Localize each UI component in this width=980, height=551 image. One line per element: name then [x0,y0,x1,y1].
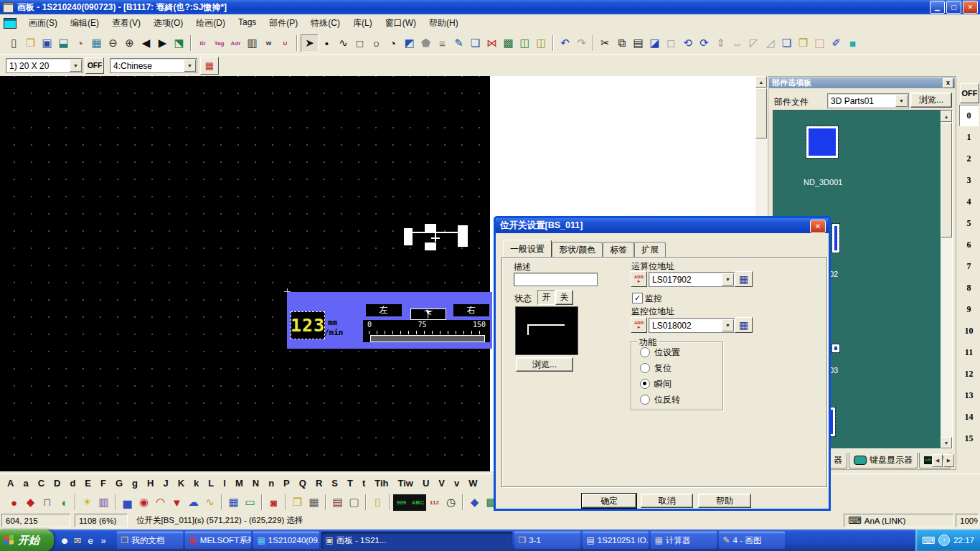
toggle-switch-part[interactable]: ⊓ [39,494,55,511]
tray-collapse-icon[interactable]: ‹ [938,534,950,546]
selection-handle[interactable] [404,228,413,245]
address-keypad-button[interactable]: ADR▸ [631,317,647,333]
polygon-tool[interactable]: ⬟ [418,35,434,52]
scroll-down-icon[interactable]: ▼ [941,437,952,448]
state-number-13[interactable]: 13 [959,385,979,406]
scrollbar-thumb[interactable] [755,88,767,138]
text-style-item[interactable]: k [194,478,199,489]
waveform-part[interactable]: ∿ [202,494,218,511]
send-back-icon[interactable]: ❐ [795,35,811,52]
text-style-item[interactable]: K [178,478,184,489]
text-style-item[interactable]: n [268,478,274,489]
file-name-part[interactable]: ❒ [289,494,306,511]
menu-item[interactable]: 画面(S) [22,16,64,31]
palette-tab-partial[interactable]: 器 [829,453,847,468]
taskbar-task[interactable]: ▦计算器 [651,532,717,549]
fill-color-icon[interactable]: ■ [844,35,861,52]
address-keypad-button[interactable]: ADR▸ [631,271,647,287]
rotate-ccw-icon[interactable]: ⟲ [679,35,696,52]
text-style-item[interactable]: L [208,478,214,489]
save-icon[interactable]: ▣ [39,35,55,52]
close-button[interactable]: ✕ [963,1,978,14]
messenger-icon[interactable]: ☻ [58,533,71,547]
minimize-button[interactable]: ▁ [930,1,945,14]
alarm-clock-icon[interactable]: ◔ [72,35,88,52]
ok-button[interactable]: 确定 [582,494,636,508]
palette-browse-button[interactable]: 浏览... [910,93,952,108]
text-style-item[interactable]: a [23,478,28,489]
csv-part[interactable]: ▢ [346,494,362,511]
text-style-item[interactable]: Tih [374,478,388,489]
text-style-item[interactable]: H [147,478,154,489]
window-mark-icon[interactable]: W [260,35,277,52]
chevron-down-icon[interactable]: ▼ [722,273,734,286]
radio-button[interactable] [640,363,650,373]
switch-2d-part[interactable]: ◆ [22,494,39,511]
keypad-part[interactable]: ▦ [225,494,242,511]
dot-tool[interactable]: • [319,35,335,52]
shrink-icon[interactable]: ◸ [745,35,762,52]
taskbar-task[interactable]: ▣画板 - 1S21... [321,532,512,549]
menu-item[interactable]: 窗口(W) [379,16,423,31]
move-icon[interactable]: ◻ [663,35,679,52]
menu-item[interactable]: Tags [232,16,263,31]
menu-item[interactable]: 帮助(H) [423,16,465,31]
state-number-5[interactable]: 5 [959,212,979,234]
date-display-part[interactable]: 112 [426,494,443,511]
state-number-11[interactable]: 11 [959,342,979,363]
taskbar-task[interactable]: ✎4 - 画图 [719,532,785,549]
flip-horizontal-icon[interactable]: ⇔ [729,35,745,52]
transfer-monitor-icon[interactable]: ⬓ [55,35,72,52]
state-number-10[interactable]: 10 [959,320,979,342]
id-tag-icon[interactable]: ID [194,35,211,52]
lamp-part[interactable]: ◖ [55,494,72,511]
menu-item[interactable]: 选项(O) [147,16,189,31]
text-style-item[interactable]: V [438,478,445,489]
language-select[interactable]: 4:Chinese ▼ [110,58,197,73]
part-thumbnail-nd3d001[interactable] [806,126,838,158]
text-style-item[interactable]: v [454,478,459,489]
state-number-2[interactable]: 2 [959,148,979,169]
pie-graph-part[interactable]: ◉ [136,494,152,511]
palette-tab-scroll-right[interactable]: ▶ [943,454,954,467]
zoom-in-icon[interactable]: ⊕ [121,35,138,52]
state-number-8[interactable]: 8 [959,277,979,298]
address-tag-icon[interactable]: Adr [227,35,244,52]
meter-part[interactable]: ◠ [152,494,169,511]
dialog-close-button[interactable]: ✕ [810,220,826,233]
text-style-item[interactable]: G [116,478,123,489]
operation-address-select[interactable]: LS017902 ▼ [649,272,735,287]
tank-part[interactable]: ▼ [169,494,185,511]
text-style-item[interactable]: U [423,478,429,489]
taskbar-task[interactable]: ❒我的文档 [117,532,183,549]
numeric-display-part[interactable]: 999 [393,494,410,511]
taskbar-task[interactable]: ▤1S210251 IO... [583,532,649,549]
hmi-right-button[interactable]: 右 [453,304,489,316]
tab-扩展[interactable]: 扩展 [634,242,666,257]
align-icon[interactable]: ⬚ [811,35,828,52]
function-option[interactable]: 复位 [640,362,722,374]
function-option[interactable]: 位反转 [640,394,722,405]
text-style-item[interactable]: Q [299,478,306,489]
redo-icon[interactable]: ↷ [573,35,590,52]
keyboard-tray-icon[interactable]: ⌨ [921,535,935,546]
text-style-item[interactable]: d [70,478,75,489]
rectangle-tool[interactable]: □ [352,35,368,52]
fill-tool[interactable]: ◩ [401,35,418,52]
tab-标签[interactable]: 标签 [603,242,634,257]
text-style-item[interactable]: M [235,478,243,489]
screen-info-icon[interactable]: ▦ [88,35,105,52]
switch-3d-part[interactable]: ● [6,494,22,511]
state-number-15[interactable]: 15 [959,428,979,449]
selection-handle[interactable] [425,242,436,250]
menu-item[interactable]: 特殊(C) [304,16,347,31]
menu-item[interactable]: 库(L) [347,16,379,31]
library-save-icon[interactable]: ◫ [533,35,550,52]
text-style-item[interactable]: Tiw [398,478,413,489]
zoom-out-icon[interactable]: ⊖ [105,35,121,52]
text-style-item[interactable]: N [253,478,259,489]
shape-display-part[interactable]: ◆ [466,494,483,511]
start-button[interactable]: 开始 [0,529,54,551]
copy-icon[interactable]: ⧉ [613,35,630,52]
arc-tool[interactable]: ◔ [385,35,401,52]
